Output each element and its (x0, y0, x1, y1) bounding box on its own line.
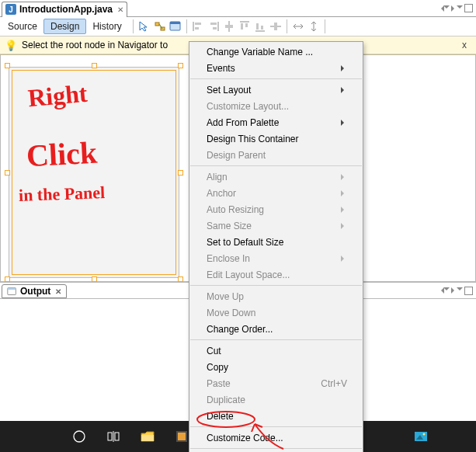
resize-handle-bc[interactable] (92, 276, 97, 282)
ctx-design-this-container[interactable]: Design This Container (189, 130, 363, 147)
lightbulb-icon: 💡 (5, 40, 17, 51)
output-tab-label: Output (20, 286, 50, 297)
ctx-move-down: Move Down (189, 304, 363, 321)
ctx-cut[interactable]: Cut (189, 342, 363, 359)
ctx-separator (190, 448, 362, 449)
align-top-icon[interactable] (238, 20, 251, 33)
submenu-arrow-icon (341, 190, 347, 196)
ctx-separator (190, 78, 362, 79)
output-window-icon (7, 287, 17, 297)
svg-rect-13 (274, 23, 277, 30)
editor-tab-nav (438, 4, 476, 12)
preview-design-icon[interactable] (169, 20, 182, 33)
output-prev-button[interactable] (438, 287, 450, 294)
output-next-button[interactable] (451, 287, 463, 294)
mode-tab-source[interactable]: Source (2, 19, 43, 33)
annotation-handwriting: Right (27, 79, 89, 113)
hint-text-left: Select the root node in Navigator to (22, 40, 168, 50)
svg-rect-6 (210, 23, 217, 25)
align-bottom-icon[interactable] (254, 20, 266, 33)
center-v-icon[interactable] (269, 20, 282, 33)
svg-rect-9 (241, 23, 243, 30)
ctx-move-up: Move Up (189, 288, 363, 304)
selection-mode-icon[interactable] (138, 20, 151, 33)
svg-rect-21 (178, 433, 186, 440)
resize-handle-br[interactable] (178, 276, 183, 282)
align-left-icon[interactable] (192, 20, 204, 33)
resize-handle-bl[interactable] (5, 276, 10, 282)
resize-handle-lc[interactable] (5, 170, 10, 176)
svg-point-25 (423, 433, 426, 436)
hint-close-icon[interactable]: x (462, 40, 467, 50)
connection-mode-icon[interactable] (154, 20, 166, 33)
svg-rect-18 (115, 433, 119, 440)
submenu-arrow-icon (341, 120, 347, 126)
ctx-enclose-in: Enclose In (189, 250, 363, 266)
mode-tab-design[interactable]: Design (43, 19, 86, 34)
annotation-handwriting: in the Panel (19, 183, 106, 206)
svg-rect-0 (155, 23, 159, 26)
ctx-auto-resizing: Auto Resizing (189, 201, 363, 217)
ctx-set-layout[interactable]: Set Layout (189, 82, 363, 98)
ctx-paste-shortcut: Ctrl+V (321, 378, 347, 389)
file-tab-label: IntroductionApp.java (19, 4, 113, 15)
designer-toolbar: Source Design History (0, 17, 476, 37)
svg-point-16 (74, 431, 85, 442)
taskbar-cortana-icon[interactable] (62, 421, 96, 452)
svg-rect-5 (195, 27, 199, 30)
mode-tab-history[interactable]: History (86, 19, 127, 33)
submenu-arrow-icon (341, 65, 347, 71)
ctx-customize-layout: Customize Layout... (189, 98, 363, 114)
ctx-events[interactable]: Events (189, 60, 363, 76)
ctx-delete[interactable]: Delete (189, 408, 363, 424)
file-tab-introductionapp[interactable]: J IntroductionApp.java ✕ (2, 2, 127, 17)
taskbar-photos-icon[interactable] (404, 421, 438, 452)
taskbar-file-explorer-icon[interactable] (130, 421, 165, 452)
ctx-duplicate: Duplicate (189, 391, 363, 408)
resize-v-icon[interactable] (307, 20, 320, 33)
ctx-set-default-size[interactable]: Set to Default Size (189, 234, 363, 250)
svg-rect-19 (141, 435, 154, 441)
resize-handle-tc[interactable] (92, 63, 97, 68)
toolbar-separator (186, 19, 187, 33)
maximize-output-icon[interactable] (464, 287, 473, 295)
toolbar-icon-group-resize (292, 20, 320, 33)
svg-rect-15 (8, 287, 16, 289)
ctx-separator (190, 165, 362, 166)
ctx-customize-code[interactable]: Customize Code... (189, 429, 363, 446)
svg-rect-11 (256, 23, 259, 30)
svg-rect-3 (170, 22, 180, 24)
resize-handle-rc[interactable] (178, 170, 183, 176)
ctx-copy[interactable]: Copy (189, 359, 363, 375)
close-output-tab-icon[interactable]: ✕ (55, 287, 61, 296)
submenu-arrow-icon (341, 207, 347, 213)
ctx-edit-layout-space: Edit Layout Space... (189, 266, 363, 283)
toolbar-separator (287, 19, 287, 33)
ctx-change-variable-name[interactable]: Change Variable Name ... (189, 43, 363, 60)
svg-rect-7 (213, 27, 217, 30)
maximize-editor-icon[interactable] (464, 4, 473, 12)
resize-handle-tl[interactable] (5, 63, 10, 68)
svg-rect-12 (261, 26, 263, 30)
context-menu: Change Variable Name ... Events Set Layo… (189, 41, 363, 452)
ctx-paste: PasteCtrl+V (189, 375, 363, 391)
taskbar-taskview-icon[interactable] (96, 421, 130, 452)
selected-panel[interactable]: Right Click in the Panel (9, 67, 179, 278)
next-tab-button[interactable] (451, 5, 463, 12)
output-tab-nav (438, 287, 476, 295)
center-h-icon[interactable] (223, 20, 235, 33)
svg-rect-8 (225, 25, 233, 28)
ctx-align: Align (189, 169, 363, 185)
output-tab[interactable]: Output ✕ (2, 284, 67, 298)
close-tab-icon[interactable]: ✕ (117, 5, 123, 14)
ctx-anchor: Anchor (189, 185, 363, 201)
prev-tab-button[interactable] (438, 5, 450, 12)
ctx-separator (190, 285, 362, 286)
resize-h-icon[interactable] (292, 20, 304, 33)
ctx-add-from-palette[interactable]: Add From Palette (189, 114, 363, 130)
align-right-icon[interactable] (207, 20, 220, 33)
editor-tab-row: J IntroductionApp.java ✕ (0, 0, 476, 17)
resize-handle-tr[interactable] (178, 63, 183, 68)
ctx-change-order[interactable]: Change Order... (189, 321, 363, 337)
ctx-separator (190, 426, 362, 427)
